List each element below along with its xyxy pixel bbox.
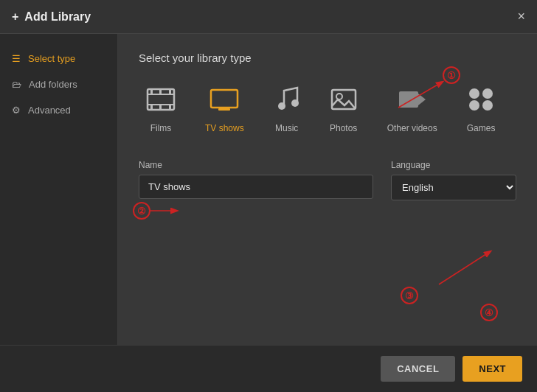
photos-icon bbox=[330, 86, 358, 117]
section-title: Select your library type bbox=[139, 52, 516, 64]
close-button[interactable]: × bbox=[517, 9, 525, 24]
sidebar: ☰ Select type 🗁 Add folders ⚙ Advanced bbox=[0, 34, 118, 345]
films-icon bbox=[146, 86, 176, 117]
language-group: Language English French German Spanish I… bbox=[391, 160, 516, 200]
films-label: Films bbox=[150, 123, 172, 133]
title-bar: + Add Library × bbox=[0, 0, 537, 34]
svg-point-18 bbox=[469, 88, 479, 99]
type-tv-shows[interactable]: TV shows bbox=[198, 80, 252, 139]
games-icon bbox=[467, 86, 495, 117]
type-games[interactable]: Games bbox=[460, 80, 503, 139]
sidebar-item-label: Advanced bbox=[28, 105, 71, 116]
sidebar-item-label: Select type bbox=[28, 53, 75, 64]
language-label: Language bbox=[391, 160, 516, 170]
bottom-bar: CANCEL NEXT bbox=[0, 345, 537, 392]
cancel-button[interactable]: CANCEL bbox=[381, 356, 455, 382]
tv-shows-label: TV shows bbox=[205, 123, 244, 133]
content-wrapper: Select your library type bbox=[118, 34, 537, 345]
sidebar-item-label: Add folders bbox=[29, 79, 77, 90]
svg-rect-8 bbox=[169, 105, 171, 110]
music-icon bbox=[274, 85, 300, 117]
main-layout: ☰ Select type 🗁 Add folders ⚙ Advanced S… bbox=[0, 34, 537, 345]
svg-rect-16 bbox=[399, 91, 418, 108]
svg-rect-7 bbox=[159, 105, 162, 110]
svg-rect-1 bbox=[148, 94, 174, 95]
next-button[interactable]: NEXT bbox=[462, 356, 522, 382]
name-label: Name bbox=[139, 160, 373, 170]
type-photos[interactable]: Photos bbox=[322, 80, 365, 139]
svg-rect-5 bbox=[169, 89, 171, 94]
name-input[interactable] bbox=[139, 175, 373, 199]
svg-point-19 bbox=[482, 88, 493, 99]
type-films[interactable]: Films bbox=[139, 80, 183, 139]
title-text: Add Library bbox=[24, 10, 91, 24]
folder-icon: 🗁 bbox=[12, 79, 21, 90]
section-header: Select your library type bbox=[139, 52, 516, 139]
library-type-grid: Films TV shows bbox=[139, 79, 516, 139]
sidebar-item-add-folders[interactable]: 🗁 Add folders bbox=[0, 71, 117, 97]
content-area: Select your library type bbox=[118, 34, 537, 345]
gear-icon: ⚙ bbox=[12, 105, 21, 116]
form-row: Name Language English French German Span… bbox=[139, 160, 516, 200]
dialog-title: + Add Library bbox=[12, 10, 91, 24]
svg-point-12 bbox=[278, 102, 285, 110]
tv-shows-icon bbox=[209, 86, 240, 117]
svg-point-20 bbox=[469, 100, 479, 111]
svg-rect-6 bbox=[150, 105, 153, 110]
language-select[interactable]: English French German Spanish Italian bbox=[391, 175, 516, 200]
type-other-videos[interactable]: Other videos bbox=[380, 80, 445, 139]
menu-icon: ☰ bbox=[12, 53, 21, 64]
photos-label: Photos bbox=[330, 123, 357, 133]
other-videos-label: Other videos bbox=[387, 123, 437, 133]
sidebar-item-advanced[interactable]: ⚙ Advanced bbox=[0, 97, 117, 123]
svg-rect-3 bbox=[150, 89, 153, 94]
name-group: Name bbox=[139, 160, 373, 199]
svg-rect-11 bbox=[223, 107, 226, 109]
games-label: Games bbox=[467, 123, 496, 133]
svg-point-21 bbox=[482, 100, 493, 111]
svg-point-13 bbox=[291, 99, 299, 107]
add-icon: + bbox=[12, 10, 18, 24]
svg-rect-4 bbox=[159, 89, 162, 94]
sidebar-item-select-type[interactable]: ☰ Select type bbox=[0, 46, 117, 71]
svg-marker-17 bbox=[418, 94, 426, 105]
svg-point-15 bbox=[336, 94, 342, 99]
other-videos-icon bbox=[397, 86, 428, 117]
type-music[interactable]: Music bbox=[266, 79, 308, 139]
svg-rect-9 bbox=[211, 90, 238, 108]
svg-rect-2 bbox=[148, 104, 174, 105]
music-label: Music bbox=[275, 123, 298, 133]
